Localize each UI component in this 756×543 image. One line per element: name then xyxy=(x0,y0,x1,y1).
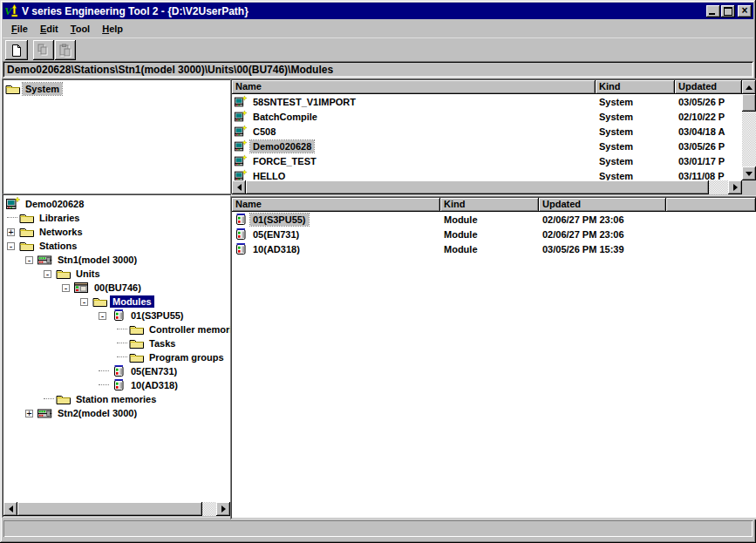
title-bar: V series Engineering Tool 2 - {D:\V2User… xyxy=(3,3,753,19)
system-icon xyxy=(234,95,248,109)
table-row[interactable]: 58SNTEST_V1IMPORT System 03/05/26 P xyxy=(232,94,742,109)
column-header-kind[interactable]: Kind xyxy=(596,80,675,94)
maximize-button[interactable] xyxy=(721,5,735,17)
system-tree-panel: System xyxy=(2,78,235,197)
row-updated: 03/11/08 P xyxy=(675,171,742,181)
h-scrollbar-track[interactable] xyxy=(246,180,728,194)
table-row[interactable]: 10(AD318) Module 03/05/26 PM 15:39 xyxy=(232,241,756,256)
tree-expand-icon[interactable]: + xyxy=(25,410,33,417)
scroll-left-button[interactable] xyxy=(3,502,17,516)
scroll-right-button[interactable] xyxy=(728,180,742,194)
h-scrollbar-track[interactable] xyxy=(17,502,216,516)
tree-item-station-memories[interactable]: Station memories xyxy=(3,392,230,406)
folder-icon xyxy=(56,267,72,281)
module-icon xyxy=(111,309,126,322)
unit-icon xyxy=(74,281,90,295)
row-name: FORCE_TEST xyxy=(250,155,319,167)
tree-collapse-icon[interactable]: - xyxy=(62,284,70,292)
row-updated: 03/05/26 P xyxy=(675,97,742,107)
tree-collapse-icon[interactable]: - xyxy=(7,242,15,250)
tree-item-controller-memories[interactable]: Controller memori xyxy=(3,322,230,336)
table-row[interactable]: FORCE_TEST System 03/01/17 P xyxy=(232,153,742,168)
close-button[interactable]: × xyxy=(738,5,752,17)
table-row[interactable]: HELLO System 03/11/08 P xyxy=(232,168,742,180)
column-header-updated[interactable]: Updated xyxy=(539,198,666,212)
tree-collapse-icon[interactable]: - xyxy=(25,256,33,264)
module-icon xyxy=(111,364,126,378)
row-updated: 02/10/22 P xyxy=(675,112,742,122)
folder-icon xyxy=(129,350,145,364)
tree-item-stn2[interactable]: + Stn2(model 3000) xyxy=(3,406,230,420)
row-kind: System xyxy=(596,141,675,152)
folder-icon xyxy=(56,392,72,406)
v-scrollbar-thumb[interactable] xyxy=(742,94,756,112)
tree-horizontal-scrollbar[interactable] xyxy=(3,502,230,516)
table-row-selected[interactable]: 01(S3PU55) Module 02/06/27 PM 23:06 xyxy=(232,212,756,227)
menu-edit[interactable]: Edit xyxy=(35,22,65,36)
tree-item-stn1[interactable]: - Stn1(model 3000) xyxy=(3,253,230,267)
tree-item-modules[interactable]: - Modules xyxy=(3,295,230,309)
copy-button[interactable] xyxy=(33,40,54,60)
projects-list-panel: Name Kind Updated 58SNTEST_V1IMPORT Syst… xyxy=(230,78,756,196)
row-kind: System xyxy=(596,97,675,107)
tree-item-libraries[interactable]: Libraries xyxy=(3,211,230,225)
table-row[interactable]: 05(EN731) Module 02/06/27 PM 23:06 xyxy=(232,227,756,241)
row-kind: System xyxy=(596,112,675,122)
scroll-down-icon xyxy=(746,172,753,176)
scroll-left-button[interactable] xyxy=(232,180,246,194)
tree-line xyxy=(117,343,127,344)
scroll-down-button[interactable] xyxy=(742,166,756,180)
system-icon xyxy=(234,139,248,153)
tree-item-units[interactable]: - Units xyxy=(3,267,230,281)
tree-item-01s3pu55[interactable]: - 01(S3PU55) xyxy=(3,309,230,322)
menu-help[interactable]: Help xyxy=(97,22,130,36)
column-header-name[interactable]: Name xyxy=(232,80,596,94)
folder-icon xyxy=(19,225,35,239)
system-icon xyxy=(234,125,248,139)
column-header-kind[interactable]: Kind xyxy=(440,198,539,212)
tree-item-system[interactable]: System xyxy=(5,82,232,96)
vertical-scrollbar[interactable] xyxy=(742,80,756,194)
h-scrollbar-thumb[interactable] xyxy=(17,502,202,516)
table-row-selected[interactable]: Demo020628 System 03/05/26 P xyxy=(232,139,742,153)
module-icon xyxy=(234,227,248,241)
h-scrollbar-thumb[interactable] xyxy=(246,180,709,194)
tree-expand-icon[interactable]: + xyxy=(7,228,15,236)
menu-file[interactable]: File xyxy=(6,22,35,36)
tree-item-networks[interactable]: + Networks xyxy=(3,225,230,239)
horizontal-scrollbar[interactable] xyxy=(232,180,742,194)
menu-tool[interactable]: Tool xyxy=(65,22,97,36)
paste-button[interactable] xyxy=(55,40,76,60)
table-row[interactable]: C508 System 03/04/18 A xyxy=(232,124,742,139)
tree-item-00bu746[interactable]: - 00(BU746) xyxy=(3,281,230,295)
column-header-updated[interactable]: Updated xyxy=(675,80,742,94)
tree-line xyxy=(44,398,54,400)
system-icon xyxy=(234,110,248,124)
tree-item-program-groups[interactable]: Program groups xyxy=(3,350,230,364)
module-icon xyxy=(111,378,126,392)
tree-collapse-icon[interactable]: - xyxy=(99,312,106,320)
window-title: V series Engineering Tool 2 - {D:\V2User… xyxy=(22,5,705,17)
v-scrollbar-track[interactable] xyxy=(742,94,756,166)
scroll-left-icon xyxy=(237,184,242,191)
column-header-name[interactable]: Name xyxy=(232,198,440,212)
table-row[interactable]: BatchCompile System 02/10/22 P xyxy=(232,109,742,124)
system-icon xyxy=(234,154,248,168)
toolbar xyxy=(3,37,753,61)
minimize-button[interactable] xyxy=(706,5,720,17)
scroll-right-button[interactable] xyxy=(216,502,230,516)
scroll-up-button[interactable] xyxy=(742,80,756,94)
list-rows: 01(S3PU55) Module 02/06/27 PM 23:06 05(E… xyxy=(232,212,756,518)
new-button[interactable] xyxy=(5,40,28,60)
station-icon xyxy=(37,253,53,267)
tree-item-demo020628[interactable]: Demo020628 xyxy=(3,197,230,211)
tree-line xyxy=(7,217,17,219)
tree-collapse-icon[interactable]: - xyxy=(44,270,51,278)
tree-item-tasks[interactable]: Tasks xyxy=(3,336,230,350)
tree-collapse-icon[interactable]: - xyxy=(80,298,88,306)
tree-item-05en731[interactable]: 05(EN731) xyxy=(3,364,230,378)
row-kind: Module xyxy=(440,229,539,240)
tree-item-stations[interactable]: - Stations xyxy=(3,239,230,253)
scroll-right-icon xyxy=(733,184,738,191)
tree-item-10ad318[interactable]: 10(AD318) xyxy=(3,378,230,392)
